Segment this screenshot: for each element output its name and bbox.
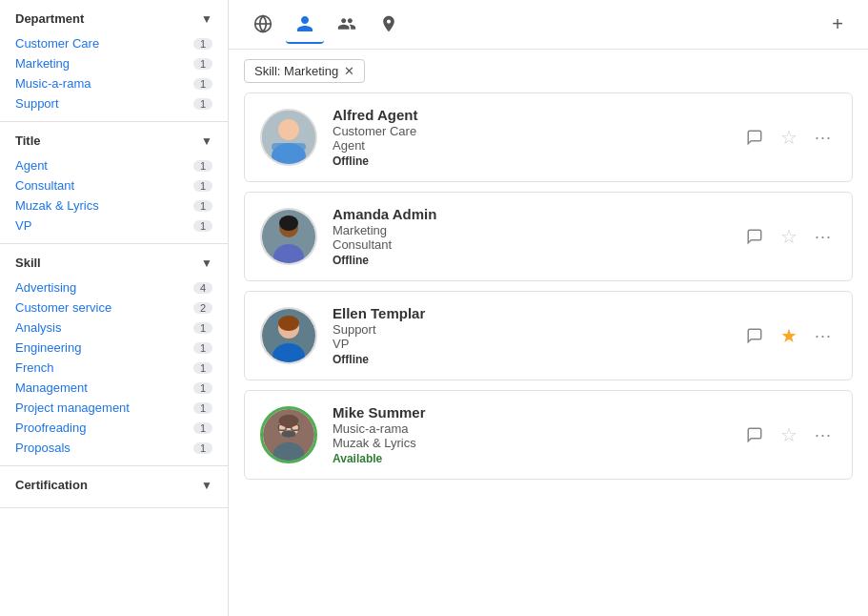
more-button-ellen[interactable]: ··· xyxy=(810,322,837,349)
sidebar-item-label: Customer service xyxy=(15,300,111,315)
sidebar-item-vp[interactable]: VP 1 xyxy=(0,216,228,236)
certification-header[interactable]: Certification ▼ xyxy=(0,478,228,500)
remove-filter-icon[interactable]: ✕ xyxy=(344,64,354,78)
sidebar-item-label: Agent xyxy=(15,158,48,173)
tab-group[interactable] xyxy=(328,6,366,44)
sidebar-item-marketing[interactable]: Marketing 1 xyxy=(0,53,228,73)
sidebar-item-label: Proofreading xyxy=(15,421,86,435)
sidebar-item-count: 1 xyxy=(193,402,212,414)
avatar-amanda xyxy=(260,208,317,265)
sidebar-item-label: Muzak & Lyrics xyxy=(15,198,99,213)
sidebar-item-count: 1 xyxy=(193,58,212,70)
agent-actions-alfred: ☆ ··· xyxy=(741,124,837,151)
agents-list: Alfred Agent Customer Care Agent Offline… xyxy=(229,92,868,616)
svg-point-12 xyxy=(278,316,299,331)
sidebar-item-count: 4 xyxy=(193,282,212,294)
star-button-mike[interactable]: ☆ xyxy=(776,421,802,448)
sidebar-item-count: 1 xyxy=(193,160,212,172)
star-button-alfred[interactable]: ☆ xyxy=(776,124,802,151)
sidebar-item-count: 1 xyxy=(193,220,212,232)
sidebar-item-label: French xyxy=(15,360,53,375)
sidebar-item-agent[interactable]: Agent 1 xyxy=(0,155,228,175)
more-button-mike[interactable]: ··· xyxy=(810,421,837,448)
more-button-amanda[interactable]: ··· xyxy=(810,223,837,250)
sidebar-item-count: 1 xyxy=(193,78,212,90)
chat-button-mike[interactable] xyxy=(741,421,768,448)
sidebar-item-proposals[interactable]: Proposals 1 xyxy=(0,438,228,458)
agent-title: Agent xyxy=(333,138,741,153)
star-button-amanda[interactable]: ☆ xyxy=(776,223,802,250)
agent-department: Music-a-rama xyxy=(333,421,741,436)
sidebar-item-support[interactable]: Support 1 xyxy=(0,93,228,113)
sidebar-item-label: Advertising xyxy=(15,280,76,295)
sidebar-item-music-a-rama[interactable]: Music-a-rama 1 xyxy=(0,73,228,93)
sidebar-item-project-management[interactable]: Project management 1 xyxy=(0,398,228,418)
sidebar-item-customer-service[interactable]: Customer service 2 xyxy=(0,298,228,318)
svg-point-20 xyxy=(278,415,298,428)
agent-title: Consultant xyxy=(333,237,741,252)
main-content: + Skill: Marketing ✕ Al xyxy=(229,0,868,616)
sidebar: Department ▼ Customer Care 1 Marketing 1… xyxy=(0,0,229,616)
sidebar-item-engineering[interactable]: Engineering 1 xyxy=(0,338,228,358)
agent-info-mike: Mike Summer Music-a-rama Muzak & Lyrics … xyxy=(333,404,741,465)
more-button-alfred[interactable]: ··· xyxy=(810,124,837,151)
chat-button-amanda[interactable] xyxy=(741,223,768,250)
sidebar-item-proofreading[interactable]: Proofreading 1 xyxy=(0,418,228,438)
sidebar-item-count: 1 xyxy=(193,322,212,334)
agent-card-mike: Mike Summer Music-a-rama Muzak & Lyrics … xyxy=(244,390,853,480)
sidebar-item-count: 1 xyxy=(193,200,212,212)
sidebar-item-consultant[interactable]: Consultant 1 xyxy=(0,175,228,195)
sidebar-item-label: VP xyxy=(15,218,31,233)
sidebar-item-label: Customer Care xyxy=(15,36,99,51)
sidebar-item-label: Project management xyxy=(15,400,130,415)
agent-name: Mike Summer xyxy=(333,404,741,421)
sidebar-item-count: 1 xyxy=(193,180,212,192)
chat-button-ellen[interactable] xyxy=(741,322,768,349)
sidebar-item-label: Music-a-rama xyxy=(15,76,91,91)
agent-name: Amanda Admin xyxy=(333,206,741,222)
agent-card-alfred: Alfred Agent Customer Care Agent Offline… xyxy=(244,92,853,182)
add-button[interactable]: + xyxy=(822,10,853,40)
sidebar-item-advertising[interactable]: Advertising 4 xyxy=(0,277,228,298)
skill-header[interactable]: Skill ▼ xyxy=(0,256,228,277)
svg-point-3 xyxy=(278,119,299,140)
agent-actions-ellen: ★ ··· xyxy=(741,322,837,349)
agent-department: Marketing xyxy=(333,223,741,237)
avatar-ellen xyxy=(260,307,317,364)
agent-actions-mike: ☆ ··· xyxy=(741,421,837,448)
tab-person[interactable] xyxy=(286,6,324,44)
sidebar-item-label: Consultant xyxy=(15,178,74,193)
sidebar-item-customer-care[interactable]: Customer Care 1 xyxy=(0,33,228,53)
department-header[interactable]: Department ▼ xyxy=(0,11,228,33)
title-label: Title xyxy=(15,133,41,148)
department-section: Department ▼ Customer Care 1 Marketing 1… xyxy=(0,0,228,122)
title-header[interactable]: Title ▼ xyxy=(0,133,228,155)
sidebar-item-french[interactable]: French 1 xyxy=(0,358,228,378)
sidebar-item-analysis[interactable]: Analysis 1 xyxy=(0,318,228,338)
sidebar-item-label: Engineering xyxy=(15,340,81,355)
agent-actions-amanda: ☆ ··· xyxy=(741,223,837,250)
avatar-alfred xyxy=(260,109,317,166)
sidebar-item-count: 1 xyxy=(193,422,212,434)
tab-location[interactable] xyxy=(370,6,408,44)
sidebar-item-muzak-lyrics[interactable]: Muzak & Lyrics 1 xyxy=(0,195,228,216)
tab-globe[interactable] xyxy=(244,6,282,44)
agent-status: Offline xyxy=(333,353,741,366)
department-chevron-icon: ▼ xyxy=(201,12,212,26)
sidebar-item-label: Proposals xyxy=(15,441,71,455)
star-button-ellen[interactable]: ★ xyxy=(776,322,802,349)
agent-title: VP xyxy=(333,337,741,351)
department-items: Customer Care 1 Marketing 1 Music-a-rama… xyxy=(0,33,228,113)
svg-point-8 xyxy=(279,216,298,231)
sidebar-item-label: Marketing xyxy=(15,56,70,71)
department-label: Department xyxy=(15,11,84,26)
skill-filter-badge[interactable]: Skill: Marketing ✕ xyxy=(244,59,365,83)
agent-info-ellen: Ellen Templar Support VP Offline xyxy=(333,305,741,366)
agent-title: Muzak & Lyrics xyxy=(333,436,741,450)
sidebar-item-label: Management xyxy=(15,380,88,395)
chat-button-alfred[interactable] xyxy=(741,124,768,151)
sidebar-item-count: 1 xyxy=(193,38,212,50)
sidebar-item-management[interactable]: Management 1 xyxy=(0,378,228,398)
agent-status: Offline xyxy=(333,154,741,168)
certification-section: Certification ▼ xyxy=(0,466,228,508)
